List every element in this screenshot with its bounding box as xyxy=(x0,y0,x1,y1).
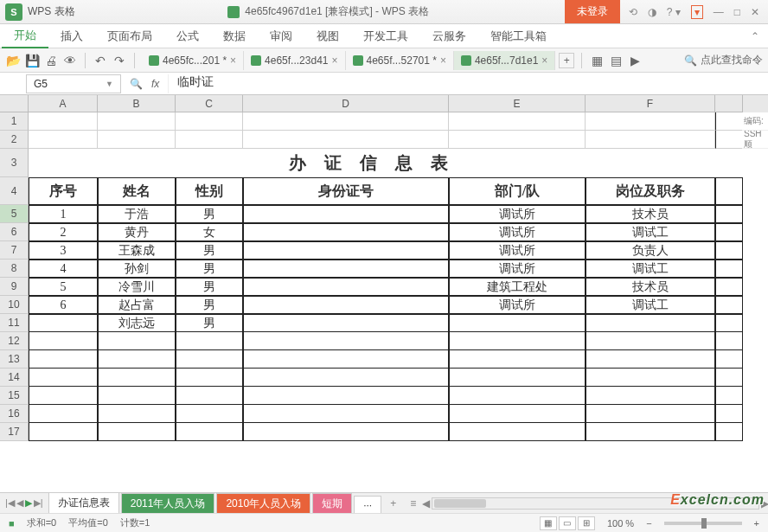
menu-开始[interactable]: 开始 xyxy=(2,24,48,48)
cell-4[interactable] xyxy=(715,177,743,205)
col-header-E[interactable]: E xyxy=(449,95,586,112)
cell-11[interactable] xyxy=(715,314,743,332)
cell-D5[interactable] xyxy=(243,205,449,223)
add-sheet-button[interactable]: + xyxy=(383,495,403,512)
col-header-B[interactable]: B xyxy=(98,95,176,112)
maximize-icon[interactable]: □ xyxy=(734,6,740,18)
cell-E8[interactable]: 调试所 xyxy=(449,260,586,278)
cell-E7[interactable]: 调试所 xyxy=(449,241,586,260)
cell-6[interactable] xyxy=(715,223,743,241)
row-header-9[interactable]: 9 xyxy=(0,278,29,296)
row-header-16[interactable]: 16 xyxy=(0,405,29,423)
sheet-list-button[interactable]: ≡ xyxy=(403,495,423,512)
sheet-nav-first[interactable]: |◀ xyxy=(5,497,15,509)
cell-F4[interactable]: 岗位及职务 xyxy=(586,177,715,205)
login-button[interactable]: 未登录 xyxy=(565,0,620,23)
cell-F2[interactable] xyxy=(586,131,715,149)
cell-E6[interactable]: 调试所 xyxy=(449,223,586,241)
row-header-11[interactable]: 11 xyxy=(0,314,29,332)
cell-E15[interactable] xyxy=(449,387,586,405)
cell-C7[interactable]: 男 xyxy=(176,241,243,260)
sync-icon[interactable]: ⟲ xyxy=(629,6,637,18)
menu-视图[interactable]: 视图 xyxy=(304,24,351,48)
cell-F10[interactable]: 调试工 xyxy=(586,296,715,314)
cell-C8[interactable]: 男 xyxy=(176,260,243,278)
menu-审阅[interactable]: 审阅 xyxy=(258,24,304,48)
select-all-corner[interactable] xyxy=(0,95,29,112)
cell-14[interactable] xyxy=(715,369,743,387)
close-icon[interactable]: × xyxy=(331,54,337,67)
menu-公式[interactable]: 公式 xyxy=(164,24,211,48)
cell-B15[interactable] xyxy=(98,387,176,405)
cell-B6[interactable]: 黄丹 xyxy=(98,223,176,241)
sheet-tab[interactable]: 短期 xyxy=(312,493,352,515)
cell-A14[interactable] xyxy=(29,369,98,387)
cell-A8[interactable]: 4 xyxy=(29,260,98,278)
cell-A16[interactable] xyxy=(29,405,98,423)
cell-D16[interactable] xyxy=(243,405,449,423)
cell-A12[interactable] xyxy=(29,332,98,350)
cell-D9[interactable] xyxy=(243,278,449,296)
cell-7[interactable] xyxy=(715,241,743,260)
cell-E12[interactable] xyxy=(449,332,586,350)
row-header-5[interactable]: 5 xyxy=(0,205,29,223)
fx-label[interactable]: fx xyxy=(151,78,159,90)
cell-F17[interactable] xyxy=(586,423,715,441)
scrollbar-thumb[interactable] xyxy=(434,499,486,508)
cell-B2[interactable] xyxy=(98,131,176,149)
cell-E5[interactable]: 调试所 xyxy=(449,205,586,223)
name-box[interactable]: G5 ▼ xyxy=(26,74,121,93)
cell-D8[interactable] xyxy=(243,260,449,278)
cell-A15[interactable] xyxy=(29,387,98,405)
cell-F13[interactable] xyxy=(586,350,715,369)
cell-F11[interactable] xyxy=(586,314,715,332)
ribbon-toggle-icon[interactable]: ▾ xyxy=(691,5,703,19)
cell-F8[interactable]: 调试工 xyxy=(586,260,715,278)
close-icon[interactable]: × xyxy=(230,54,236,67)
cell-E13[interactable] xyxy=(449,350,586,369)
cell-D10[interactable] xyxy=(243,296,449,314)
cells-area[interactable]: 办 证 信 息 表序号姓名性别身份证号部门/队岗位及职务1于浩男调试所技术员2黄… xyxy=(29,112,768,441)
cell-A2[interactable] xyxy=(29,131,98,149)
view-page-button[interactable]: ▭ xyxy=(559,516,576,530)
cell-C14[interactable] xyxy=(176,369,243,387)
zoom-in-button[interactable]: + xyxy=(754,518,759,529)
cell-10[interactable] xyxy=(715,296,743,314)
col-header-[interactable] xyxy=(715,95,743,112)
sheet-tab[interactable]: ··· xyxy=(354,496,381,515)
cell-5[interactable] xyxy=(715,205,743,223)
formula-input[interactable]: 临时证 xyxy=(168,74,768,93)
settings-icon[interactable]: ◑ xyxy=(648,6,656,18)
cell-13[interactable] xyxy=(715,350,743,369)
cell-A13[interactable] xyxy=(29,350,98,369)
row-header-2[interactable]: 2 xyxy=(0,131,29,149)
cell-B11[interactable]: 刘志远 xyxy=(98,314,176,332)
cell-E1[interactable] xyxy=(449,112,586,131)
row-header-17[interactable]: 17 xyxy=(0,423,29,441)
scroll-left-icon[interactable]: ◀ xyxy=(422,497,430,510)
sheet-nav-last[interactable]: ▶| xyxy=(34,497,43,509)
cell-A5[interactable]: 1 xyxy=(29,205,98,223)
sheet-tab[interactable]: 办证信息表 xyxy=(48,492,119,515)
cell-B1[interactable] xyxy=(98,112,176,131)
cell-B14[interactable] xyxy=(98,369,176,387)
sheet-nav-next[interactable]: ▶ xyxy=(25,497,32,509)
row-header-4[interactable]: 4 xyxy=(0,177,29,205)
close-icon[interactable]: ✕ xyxy=(751,6,759,18)
col-header-F[interactable]: F xyxy=(586,95,715,112)
tool-icon-3[interactable]: ▶ xyxy=(627,53,643,68)
cell-B5[interactable]: 于浩 xyxy=(98,205,176,223)
cell-F16[interactable] xyxy=(586,405,715,423)
cell-D12[interactable] xyxy=(243,332,449,350)
search-command[interactable]: 🔍 点此查找命令 xyxy=(684,53,763,67)
menu-智能工具箱[interactable]: 智能工具箱 xyxy=(478,24,559,48)
cell-C17[interactable] xyxy=(176,423,243,441)
cell-E17[interactable] xyxy=(449,423,586,441)
cell-D11[interactable] xyxy=(243,314,449,332)
menu-插入[interactable]: 插入 xyxy=(48,24,95,48)
cell-A1[interactable] xyxy=(29,112,98,131)
cell-A10[interactable]: 6 xyxy=(29,296,98,314)
cell-C1[interactable] xyxy=(176,112,243,131)
sheet-tab[interactable]: 2010年人员入场 xyxy=(216,493,310,515)
cell-C2[interactable] xyxy=(176,131,243,149)
